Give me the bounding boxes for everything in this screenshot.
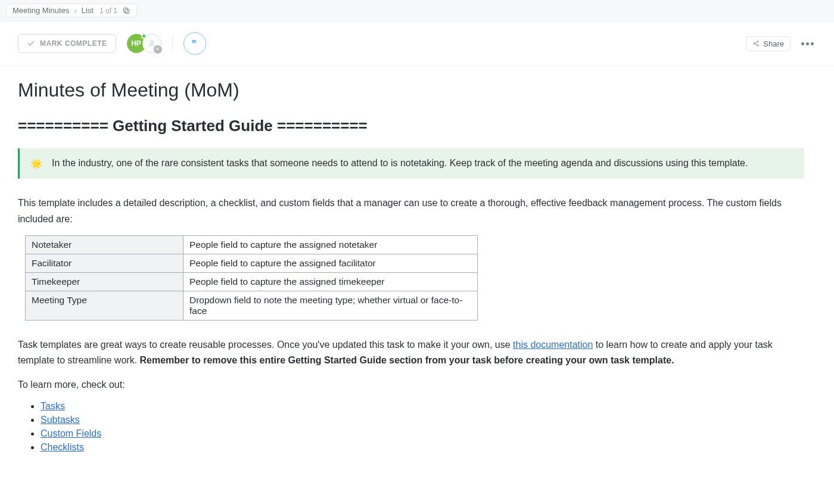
star-icon: 🌟	[30, 158, 42, 169]
custom-fields-table: Notetaker People field to capture the as…	[25, 235, 478, 321]
list-item: Tasks	[41, 401, 804, 412]
svg-rect-0	[125, 9, 129, 13]
document-body: Minutes of Meeting (MoM) ========== Gett…	[0, 66, 822, 480]
list-item: Checklists	[41, 442, 804, 453]
learn-link-tasks[interactable]: Tasks	[41, 401, 65, 411]
templates-paragraph: Task templates are great ways to create …	[18, 337, 804, 369]
learn-link-custom-fields[interactable]: Custom Fields	[41, 428, 101, 438]
learn-more-label: To learn more, check out:	[18, 377, 804, 393]
learn-more-list: Tasks Subtasks Custom Fields Checklists	[18, 401, 804, 453]
table-row: Timekeeper People field to capture the a…	[26, 272, 478, 291]
page-title: Minutes of Meeting (MoM)	[18, 79, 804, 101]
main-panel: MARK COMPLETE HP + Share	[0, 21, 834, 504]
avatar-initials: HP	[131, 39, 141, 48]
svg-point-2	[150, 41, 153, 43]
dot-icon	[806, 42, 809, 45]
list-item: Subtasks	[41, 415, 804, 425]
guide-heading: ========== Getting Started Guide =======…	[18, 117, 804, 135]
add-assignee-button[interactable]: +	[142, 34, 161, 53]
more-options-button[interactable]	[799, 40, 816, 48]
callout-text: In the industry, one of the rare consist…	[52, 158, 748, 169]
mark-complete-button[interactable]: MARK COMPLETE	[18, 34, 116, 53]
check-icon	[27, 39, 35, 48]
learn-link-checklists[interactable]: Checklists	[41, 442, 84, 452]
field-desc: People field to capture the assigned tim…	[183, 272, 478, 291]
divider	[172, 36, 173, 51]
chevron-right-icon: ›	[74, 6, 76, 15]
documentation-link[interactable]: this documentation	[513, 340, 593, 350]
mark-complete-label: MARK COMPLETE	[40, 39, 107, 48]
dot-icon	[801, 42, 804, 45]
callout: 🌟 In the industry, one of the rare consi…	[18, 148, 804, 179]
learn-link-subtasks[interactable]: Subtasks	[41, 415, 80, 425]
list-item: Custom Fields	[41, 428, 804, 439]
breadcrumb-leaf: List	[82, 6, 94, 15]
priority-flag-button[interactable]	[183, 32, 206, 55]
templates-bold: Remember to remove this entire Getting S…	[140, 355, 674, 365]
share-label: Share	[763, 39, 784, 48]
dot-icon	[811, 42, 814, 45]
field-name: Meeting Type	[26, 291, 183, 320]
field-desc: People field to capture the assigned fac…	[183, 254, 478, 272]
table-row: Meeting Type Dropdown field to note the …	[26, 291, 478, 320]
plus-icon: +	[154, 45, 162, 54]
intro-paragraph: This template includes a detailed descri…	[18, 195, 804, 227]
field-name: Notetaker	[26, 235, 183, 254]
field-name: Facilitator	[26, 254, 183, 272]
table-row: Facilitator People field to capture the …	[26, 254, 478, 272]
templates-text-1: Task templates are great ways to create …	[18, 340, 513, 350]
breadcrumb-count: 1 of 1	[99, 7, 117, 15]
breadcrumb-bar: Meeting Minutes › List 1 of 1	[0, 0, 834, 21]
field-desc: Dropdown field to note the meeting type;…	[183, 291, 478, 320]
table-row: Notetaker People field to capture the as…	[26, 235, 478, 254]
breadcrumb[interactable]: Meeting Minutes › List 1 of 1	[6, 4, 137, 17]
breadcrumb-root: Meeting Minutes	[13, 6, 69, 15]
task-toolbar: MARK COMPLETE HP + Share	[0, 21, 834, 66]
flag-icon	[190, 39, 200, 48]
share-icon	[752, 40, 760, 47]
field-name: Timekeeper	[26, 272, 183, 291]
field-desc: People field to capture the assigned not…	[183, 235, 478, 254]
share-button[interactable]: Share	[746, 36, 791, 51]
copy-icon[interactable]	[122, 7, 130, 15]
svg-rect-1	[123, 8, 127, 12]
assignees: HP +	[127, 34, 161, 53]
